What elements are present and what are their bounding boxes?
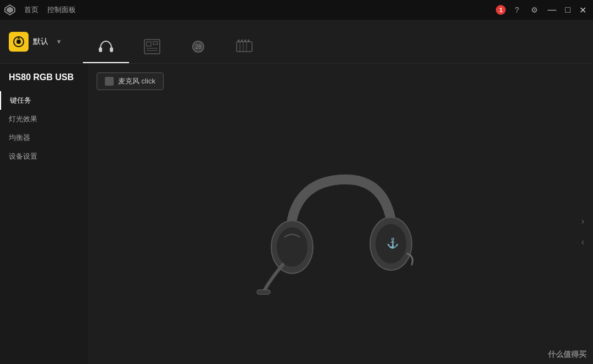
profile-dropdown-arrow[interactable]: ▾ (57, 37, 61, 46)
device-tab-motherboard[interactable] (129, 20, 175, 63)
profile-icon (9, 32, 29, 52)
sidebar: HS80 RGB USB 键任务 灯光效果 均衡器 设备设置 (0, 64, 88, 364)
mic-label: 麦克风 click (118, 76, 155, 86)
main-content: HS80 RGB USB 键任务 灯光效果 均衡器 设备设置 麦克风 click (0, 64, 593, 364)
settings-button[interactable]: ⚙ (528, 3, 541, 16)
svg-rect-24 (257, 290, 270, 294)
mic-icon (105, 77, 114, 86)
mic-click-button[interactable]: 麦克风 click (97, 72, 164, 90)
profile-name: 默认 (33, 37, 48, 47)
sidebar-item-settings[interactable]: 设备设置 (0, 147, 88, 166)
side-arrows: › ‹ (581, 216, 584, 247)
svg-rect-7 (147, 42, 151, 46)
svg-marker-1 (7, 7, 13, 13)
svg-point-20 (277, 227, 307, 267)
svg-rect-5 (110, 47, 113, 52)
headset-tab-icon (96, 37, 116, 57)
close-button[interactable]: ✕ (577, 5, 589, 15)
device-bar: 默认 ▾ (0, 20, 593, 64)
svg-rect-15 (238, 40, 239, 42)
sidebar-item-equalizer[interactable]: 均衡器 (0, 128, 88, 147)
svg-rect-11 (237, 42, 252, 52)
device-view: 麦克风 click ⚓ (88, 64, 593, 364)
svg-rect-8 (153, 42, 158, 44)
title-bar-nav: 首页 控制面板 (24, 5, 76, 15)
svg-point-3 (16, 40, 21, 44)
badge-28: 28 (192, 41, 204, 53)
svg-rect-16 (241, 40, 243, 42)
title-bar-right: 1 ? ⚙ — □ ✕ (496, 3, 589, 16)
sidebar-item-lighting[interactable]: 灯光效果 (0, 110, 88, 128)
headset-image: ⚓ (253, 155, 428, 309)
title-bar: 首页 控制面板 1 ? ⚙ — □ ✕ (0, 0, 593, 20)
maximize-button[interactable]: □ (563, 5, 573, 15)
device-tab-badge28[interactable]: 28 (175, 20, 221, 63)
motherboard-tab-icon (142, 37, 162, 57)
memory-tab-icon (234, 37, 254, 57)
minimize-button[interactable]: — (545, 5, 558, 15)
help-button[interactable]: ? (510, 3, 523, 16)
corsair-logo (4, 4, 15, 15)
title-bar-left: 首页 控制面板 (4, 4, 76, 15)
sidebar-item-tasks[interactable]: 键任务 (0, 91, 88, 110)
device-controls: 麦克风 click (88, 64, 593, 99)
device-tab-memory[interactable] (221, 20, 267, 63)
profile-selector[interactable]: 默认 ▾ (9, 32, 61, 52)
headset-image-area: ⚓ › ‹ (88, 99, 593, 364)
svg-rect-4 (99, 47, 102, 52)
device-title: HS80 RGB USB (0, 72, 88, 91)
svg-text:⚓: ⚓ (387, 237, 399, 249)
device-tabs: 28 (83, 20, 267, 63)
watermark: 什么值得买 (548, 350, 586, 360)
notification-badge[interactable]: 1 (496, 5, 506, 15)
nav-control-panel[interactable]: 控制面板 (47, 5, 76, 15)
nav-home[interactable]: 首页 (24, 5, 38, 15)
svg-rect-17 (244, 40, 246, 42)
badge28-tab-icon: 28 (188, 37, 208, 57)
svg-rect-18 (248, 40, 249, 42)
device-tab-headset[interactable] (83, 20, 129, 63)
